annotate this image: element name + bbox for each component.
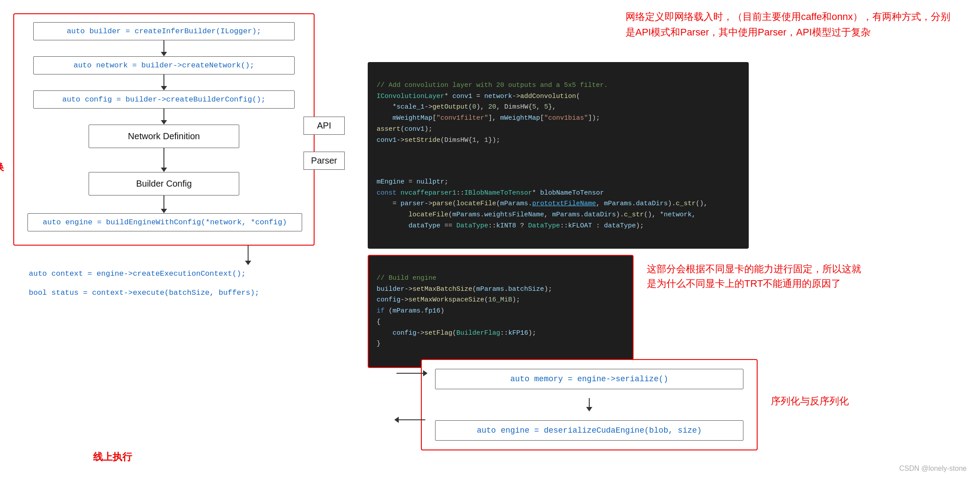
flow-box-network-def: Network Definition: [89, 125, 239, 148]
flow-outer-box: auto builder = createInferBuilder(ILogge…: [13, 13, 315, 246]
bottom-label: 线上执行: [93, 450, 132, 464]
serialize-box-2: auto engine = deserializeCudaEngine(blob…: [435, 420, 743, 441]
flow-box-context: auto context = engine->createExecutionCo…: [29, 265, 321, 282]
left-panel: 这一大部分属于离线的转换优化 auto builder = createInfe…: [13, 9, 332, 468]
arrow-2: [27, 74, 300, 90]
flow-box-engine: auto engine = buildEngineWithConfig(*net…: [27, 213, 302, 231]
annotation-left: 这一大部分属于离线的转换优化: [0, 160, 11, 189]
flow-box-1: auto builder = createInferBuilder(ILogge…: [33, 22, 295, 40]
flow-box-2: auto network = builder->createNetwork();: [33, 56, 295, 74]
arrow-3: [27, 109, 300, 125]
serialize-box-1: auto memory = engine->serialize(): [435, 369, 743, 389]
watermark: CSDN @lonely-stone: [899, 465, 967, 473]
code-block-api: // Add convolution layer with 20 outputs…: [368, 62, 749, 164]
arrow-4: [27, 148, 300, 172]
flow-box-execute: bool status = context->execute(batchSize…: [29, 284, 321, 301]
arrow-to-serialize: [397, 370, 428, 376]
annotation-serialize: 序列化与反序列化: [771, 395, 849, 408]
annotation-right-mid: 这部分会根据不同显卡的能力进行固定，所以这就 是为什么不同显卡上的TRT不能通用…: [647, 262, 948, 291]
right-panel: 网络定义即网络载入时，（目前主要使用caffe和onnx），有两种方式，分别 是…: [332, 9, 967, 468]
code-block-parser: mEngine = nullptr; const nvcaffeparser1:…: [368, 160, 749, 249]
arrow-6: [164, 246, 332, 265]
arrow-5: [27, 195, 300, 213]
flow-box-builder-config: Builder Config: [89, 172, 239, 195]
arrow-from-deserialize: [394, 417, 425, 423]
code-block-build-engine: // Build engine builder->setMaxBatchSize…: [368, 255, 634, 368]
main-container: 这一大部分属于离线的转换优化 auto builder = createInfe…: [0, 0, 980, 477]
serialize-outer-box: auto memory = engine->serialize() auto e…: [421, 359, 758, 450]
arrow-1: [27, 40, 300, 56]
annotation-top-right: 网络定义即网络载入时，（目前主要使用caffe和onnx），有两种方式，分别 是…: [626, 9, 962, 40]
flow-box-3: auto config = builder->createBuilderConf…: [33, 90, 295, 109]
